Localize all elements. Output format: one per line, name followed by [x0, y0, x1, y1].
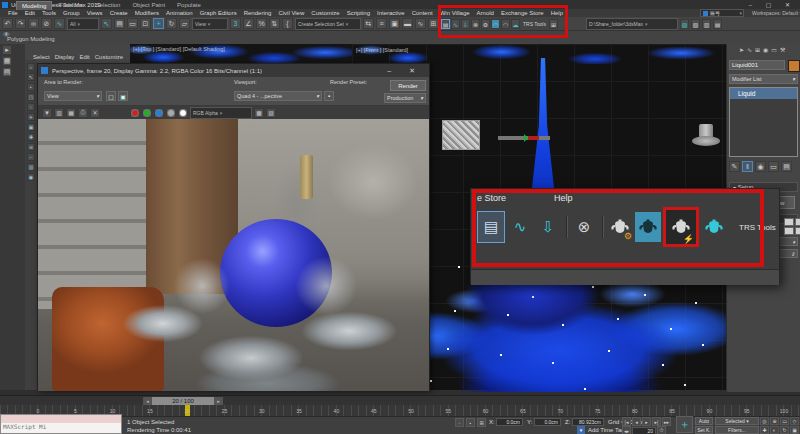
dock-window-icon[interactable]: ▦ — [2, 56, 12, 66]
explorer-lights-icon[interactable]: ☀ — [27, 113, 35, 121]
menu-item[interactable]: Win Village — [440, 10, 470, 16]
go-to-start-icon[interactable]: |◂ — [622, 417, 631, 426]
menu-item[interactable]: Edit — [25, 10, 35, 16]
percent-snap-icon[interactable]: % — [256, 18, 267, 29]
menu-item[interactable]: Views — [87, 10, 103, 16]
area-to-render-dropdown[interactable]: View▾ — [44, 91, 102, 101]
menu-item[interactable]: Group — [63, 10, 80, 16]
top-viewport-label[interactable]: [+] [Top ] [Standard] [Default Shading] — [133, 46, 225, 52]
z-coordinate-field[interactable]: 80.923cm — [572, 418, 604, 426]
state-sets-icon[interactable]: ⊗ — [471, 19, 480, 29]
modify-tab-icon[interactable]: ∿ — [747, 46, 752, 53]
previous-key-icon[interactable]: ◂ — [632, 417, 641, 426]
rect-region-icon[interactable]: ▭ — [127, 18, 138, 29]
selection-filter-dropdown[interactable]: All▾ — [67, 18, 99, 30]
named-selection-set-dropdown[interactable]: Create Selection Set▾ — [295, 18, 361, 30]
go-to-end-icon[interactable]: ▸▸ — [662, 417, 671, 426]
viewport-dropdown[interactable]: Quad 4 - ...pective▾ — [234, 91, 322, 101]
menu-item[interactable]: Create — [110, 10, 128, 16]
configure-modifier-sets-icon[interactable]: ▤ — [781, 161, 792, 172]
menu-item[interactable]: Exchange Store — [501, 10, 544, 16]
unlink-icon[interactable]: ⊘ — [41, 18, 52, 29]
time-tag-icon[interactable]: ▾ — [577, 426, 585, 434]
link-icon[interactable]: ∞ — [28, 18, 39, 29]
zoom-all-icon[interactable]: ⊕ — [770, 417, 779, 425]
rfw-title-bar[interactable]: Perspective, frame 20, Display Gamma: 2.… — [38, 64, 429, 77]
project-folder-dropdown[interactable]: D:\Share_folder\3dsMax▾ — [586, 18, 678, 30]
edit-region-icon[interactable]: ▢ — [106, 91, 116, 101]
move-icon[interactable]: + — [153, 18, 164, 29]
render-setup-teapot-icon[interactable]: ⚙ — [481, 19, 490, 29]
menu-item[interactable]: Civil View — [278, 10, 304, 16]
menu-item[interactable]: Interactive — [377, 10, 405, 16]
create-tab-icon[interactable]: ➤ — [739, 46, 744, 53]
maximize-viewport-icon[interactable]: ▣ — [790, 426, 799, 434]
front-viewport-label[interactable]: [+] [Front ] [Standard] — [356, 47, 408, 53]
undo-icon[interactable]: ↶ — [2, 18, 13, 29]
menu-item[interactable]: Tools — [42, 10, 56, 16]
curve-editor-icon[interactable]: ∿ — [415, 18, 426, 29]
menu-item[interactable]: Customize — [311, 10, 339, 16]
menu-item[interactable]: Scripting — [347, 10, 370, 16]
pan-icon[interactable]: ✚ — [760, 426, 769, 434]
set-key-big-button[interactable]: ＋ — [676, 416, 693, 433]
rendered-frame-window-icon[interactable]: ∿ — [451, 19, 460, 29]
overlay-menu-item[interactable]: e Store — [477, 193, 506, 203]
ribbon-tab[interactable]: Modeling — [16, 1, 52, 10]
channel-display-dropdown[interactable]: RGB Alpha▾ — [190, 107, 252, 119]
scale-icon[interactable]: ▱ — [179, 18, 190, 29]
rfw-window-controls[interactable]: – ✕ — [387, 67, 423, 75]
explorer-containers-icon[interactable]: ▥ — [27, 163, 35, 171]
spinner-snap-icon[interactable]: ⇅ — [269, 18, 280, 29]
snap-toggle-icon[interactable]: 3 — [230, 18, 241, 29]
explorer-find-icon[interactable]: ⌕ — [27, 63, 35, 71]
key-filters-button[interactable]: Filters... — [715, 426, 759, 434]
grid-windows-icon[interactable] — [784, 218, 800, 236]
auto-region-icon[interactable]: ▣ — [118, 91, 128, 101]
print-image-icon[interactable]: ⎙ — [78, 108, 88, 118]
render-setup-teapot-icon[interactable]: ⚙ — [607, 212, 633, 242]
selected-dropdown[interactable]: Selected ▾ — [715, 417, 759, 425]
next-frame-arrow[interactable]: ▸ — [214, 397, 223, 405]
frame-step-icon[interactable]: ◂▸ — [622, 426, 631, 434]
next-key-icon[interactable]: ▸| — [652, 417, 661, 426]
window-crossing-icon[interactable]: ⊡ — [140, 18, 151, 29]
explorer-helpers-icon[interactable]: ✚ — [27, 133, 35, 141]
object-color-swatch[interactable] — [788, 60, 800, 72]
display-tab-icon[interactable]: ▭ — [771, 46, 777, 53]
time-configuration-icon[interactable]: ⏱ — [657, 426, 666, 434]
green-channel-icon[interactable] — [142, 108, 152, 118]
dock-explorer-icon[interactable]: ▤ — [2, 67, 12, 77]
edit-named-selections-icon[interactable]: { — [282, 18, 293, 29]
mono-channel-icon[interactable] — [166, 108, 176, 118]
color-correction-icon[interactable]: ▩ — [254, 108, 264, 118]
y-coordinate-field[interactable]: 0.0cm — [534, 418, 561, 426]
render-production-teapot-icon[interactable]: ◠ — [501, 19, 510, 29]
select-by-name-icon[interactable]: ▤ — [114, 18, 125, 29]
reference-coordinate-dropdown[interactable]: View▾ — [192, 18, 228, 30]
state-sets-icon[interactable]: ⊗ — [571, 212, 597, 242]
grid-windows-icon[interactable]: ⊞ — [549, 19, 558, 29]
layer-manager-icon[interactable]: ▣ — [389, 18, 400, 29]
set-key-button[interactable]: Set K. — [695, 426, 713, 434]
save-image-icon[interactable]: ▼ — [42, 108, 52, 118]
play-icon[interactable]: ▸ — [642, 417, 651, 426]
clear-image-icon[interactable]: ✕ — [90, 108, 100, 118]
schematic-view-icon[interactable]: ⊞ — [428, 18, 439, 29]
cloud-render-teapot-icon[interactable] — [701, 212, 727, 242]
menu-item[interactable]: Help — [551, 10, 563, 16]
explorer-shapes-icon[interactable]: ○ — [27, 103, 35, 111]
mirror-icon[interactable]: ⇆ — [363, 18, 374, 29]
select-object-icon[interactable]: ↖ — [101, 18, 112, 29]
zoom-icon[interactable]: ◎ — [760, 417, 769, 425]
make-unique-icon[interactable]: ◉ — [755, 161, 766, 172]
open-folder-icon[interactable]: ▨ — [680, 19, 689, 29]
modifier-list-dropdown[interactable]: Modifier List▾ — [729, 74, 798, 84]
auto-key-button[interactable]: Auto — [695, 417, 713, 425]
rendered-frame-teapot-icon[interactable]: ◠ — [491, 19, 500, 29]
menu-item[interactable]: File — [8, 10, 18, 16]
explorer-lock-icon[interactable]: ▪ — [27, 83, 35, 91]
hierarchy-tab-icon[interactable]: ⊞ — [755, 46, 760, 53]
cloud-render-teapot-icon[interactable]: ☁ — [511, 19, 520, 29]
ribbon-tab[interactable]: Object Paint — [127, 1, 170, 10]
